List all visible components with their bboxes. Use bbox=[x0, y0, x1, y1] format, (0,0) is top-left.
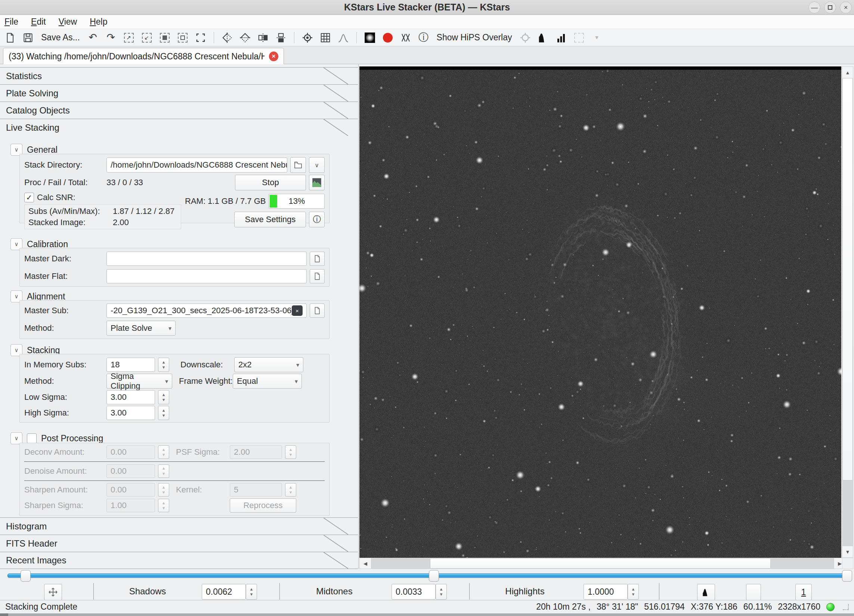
psf-sigma-stepper[interactable]: ▴▾ bbox=[285, 446, 296, 459]
histogram-curve-icon[interactable] bbox=[537, 31, 549, 44]
grid-icon[interactable] bbox=[319, 31, 332, 44]
close-button[interactable]: × bbox=[840, 2, 852, 14]
flip-vertical-icon[interactable] bbox=[239, 31, 252, 44]
reprocess-button[interactable]: Reprocess bbox=[230, 498, 296, 513]
accordion-live-stacking[interactable]: Live Stacking bbox=[0, 119, 358, 136]
menu-file[interactable]: File bbox=[5, 17, 18, 27]
tab-close-icon[interactable]: × bbox=[269, 52, 278, 61]
scroll-down-button[interactable]: ▼ bbox=[842, 546, 853, 557]
stacked-image-view[interactable] bbox=[359, 67, 841, 558]
midtones-slider-handle[interactable] bbox=[429, 570, 439, 582]
maximize-button[interactable] bbox=[824, 2, 836, 14]
midtones-value[interactable]: 0.0033 bbox=[392, 584, 436, 599]
sharpen-sigma-stepper[interactable]: ▴▾ bbox=[158, 499, 169, 512]
kernel-stepper[interactable]: ▴▾ bbox=[285, 483, 296, 497]
master-sub-file-button[interactable] bbox=[310, 304, 325, 318]
shadows-value[interactable]: 0.0062 bbox=[202, 584, 246, 599]
high-sigma-input[interactable]: 3.00 bbox=[107, 406, 155, 420]
horizontal-scrollbar-thumb[interactable] bbox=[430, 558, 771, 569]
downscale-select[interactable]: 2x2 ▾ bbox=[234, 357, 303, 372]
flip-horizontal-icon[interactable] bbox=[221, 31, 233, 44]
crop-icon[interactable] bbox=[194, 31, 207, 44]
master-dark-input[interactable] bbox=[107, 252, 307, 266]
stack-preview-button[interactable] bbox=[309, 175, 325, 190]
stop-button[interactable]: Stop bbox=[235, 175, 306, 190]
master-sub-input[interactable]: -20_G139_O21_300_secs_2025-06-18T23-53-0… bbox=[107, 304, 307, 318]
stack-directory-history-button[interactable]: ∨ bbox=[309, 157, 325, 173]
deconv-amount-stepper[interactable]: ▴▾ bbox=[158, 446, 169, 459]
mirror-horizontal-icon[interactable] bbox=[257, 31, 269, 44]
scroll-up-button[interactable]: ▲ bbox=[842, 67, 853, 78]
sharpen-amount-input[interactable]: 0.00 bbox=[107, 483, 155, 497]
calc-snr-checkbox[interactable]: ✓ bbox=[24, 193, 34, 202]
highlights-slider-handle[interactable] bbox=[842, 570, 852, 582]
midtones-spinbox[interactable]: 0.0033 ▴▾ bbox=[392, 584, 447, 599]
mirror-vertical-icon[interactable] bbox=[274, 31, 287, 44]
accordion-histogram[interactable]: Histogram bbox=[0, 517, 358, 535]
info-icon[interactable]: ⓘ bbox=[417, 31, 430, 44]
master-flat-input[interactable] bbox=[107, 269, 307, 283]
low-sigma-input[interactable]: 3.00 bbox=[107, 390, 155, 404]
accordion-catalog-objects[interactable]: Catalog Objects bbox=[0, 102, 358, 119]
save-settings-button[interactable]: Save Settings bbox=[234, 212, 306, 227]
post-processing-checkbox[interactable] bbox=[27, 433, 37, 443]
zoom-out-icon[interactable]: ↙ bbox=[140, 31, 153, 44]
record-icon[interactable] bbox=[381, 31, 394, 44]
sharpen-sigma-input[interactable]: 1.00 bbox=[107, 499, 155, 512]
master-sub-clear-icon[interactable]: × bbox=[292, 306, 303, 316]
denoise-amount-stepper[interactable]: ▴▾ bbox=[158, 464, 169, 478]
in-memory-subs-input[interactable]: 18 bbox=[107, 357, 155, 372]
highlights-spinbox[interactable]: 1.0000 ▴▾ bbox=[584, 584, 639, 599]
menu-edit[interactable]: Edit bbox=[31, 17, 46, 27]
highlights-value[interactable]: 1.0000 bbox=[584, 584, 628, 599]
frame-weight-select[interactable]: Equal ▾ bbox=[233, 374, 302, 389]
master-dark-file-button[interactable] bbox=[310, 252, 325, 266]
menu-help[interactable]: Help bbox=[90, 17, 107, 27]
resize-grip[interactable] bbox=[843, 604, 849, 610]
pan-button[interactable] bbox=[44, 584, 62, 600]
highlights-stepper[interactable]: ▴▾ bbox=[628, 584, 639, 599]
target-icon[interactable] bbox=[301, 31, 314, 44]
overlay-box-icon[interactable] bbox=[573, 31, 586, 44]
gaussian-curve-icon[interactable] bbox=[337, 31, 350, 44]
overlay-dropdown-icon[interactable]: ▾ bbox=[591, 31, 603, 44]
high-sigma-stepper[interactable]: ▴▾ bbox=[158, 406, 169, 420]
show-hips-overlay-button[interactable]: Show HiPS Overlay bbox=[435, 32, 514, 43]
sharpen-amount-stepper[interactable]: ▴▾ bbox=[158, 483, 169, 497]
in-memory-subs-stepper[interactable]: ▴▾ bbox=[158, 357, 169, 372]
zoom-fit-icon[interactable] bbox=[159, 31, 171, 44]
save-icon[interactable] bbox=[22, 31, 34, 44]
stretch-slider-track[interactable] bbox=[8, 573, 846, 578]
alignment-method-select[interactable]: Plate Solve ▾ bbox=[107, 321, 175, 336]
single-frame-button[interactable]: 1 bbox=[795, 584, 812, 600]
stacking-method-select[interactable]: Sigma Clipping ▾ bbox=[107, 374, 172, 389]
denoise-amount-input[interactable]: 0.00 bbox=[107, 464, 155, 478]
menu-view[interactable]: View bbox=[59, 17, 77, 27]
shadows-slider-handle[interactable] bbox=[21, 570, 30, 582]
scroll-left-button[interactable]: ◀ bbox=[360, 558, 371, 569]
accordion-recent-images[interactable]: Recent Images bbox=[0, 552, 358, 569]
star-mask-icon[interactable] bbox=[363, 31, 376, 44]
shadows-stepper[interactable]: ▴▾ bbox=[246, 584, 257, 599]
vertical-scrollbar-thumb[interactable] bbox=[842, 78, 853, 481]
shadows-spinbox[interactable]: 0.0062 ▴▾ bbox=[202, 584, 257, 599]
accordion-plate-solving[interactable]: Plate Solving bbox=[0, 84, 358, 102]
auto-stretch-button[interactable] bbox=[697, 584, 715, 600]
bar-chart-icon[interactable] bbox=[555, 31, 567, 44]
stacked-image-canvas[interactable] bbox=[359, 67, 841, 558]
master-flat-file-button[interactable] bbox=[310, 269, 325, 283]
settings-info-button[interactable]: ⓘ bbox=[309, 212, 325, 227]
tab-live-stacking[interactable]: (33) Watching /home/john/Downloads/NGC68… bbox=[3, 48, 284, 65]
redo-icon[interactable]: ↷ bbox=[105, 31, 117, 44]
minimize-button[interactable]: — bbox=[808, 2, 820, 14]
save-as-button[interactable]: Save As... bbox=[40, 32, 81, 43]
zoom-in-icon[interactable]: ↗ bbox=[122, 31, 135, 44]
kernel-input[interactable]: 5 bbox=[230, 483, 282, 497]
psf-sigma-input[interactable]: 2.00 bbox=[230, 446, 282, 459]
crosshatch-icon[interactable] bbox=[400, 31, 412, 44]
hips-target-icon[interactable] bbox=[519, 31, 532, 44]
stack-directory-input[interactable]: /home/john/Downloads/NGC6888 Crescent Ne… bbox=[107, 158, 287, 172]
stack-directory-browse-button[interactable] bbox=[290, 157, 306, 173]
accordion-fits-header[interactable]: FITS Header bbox=[0, 535, 358, 552]
open-file-icon[interactable] bbox=[4, 31, 17, 44]
